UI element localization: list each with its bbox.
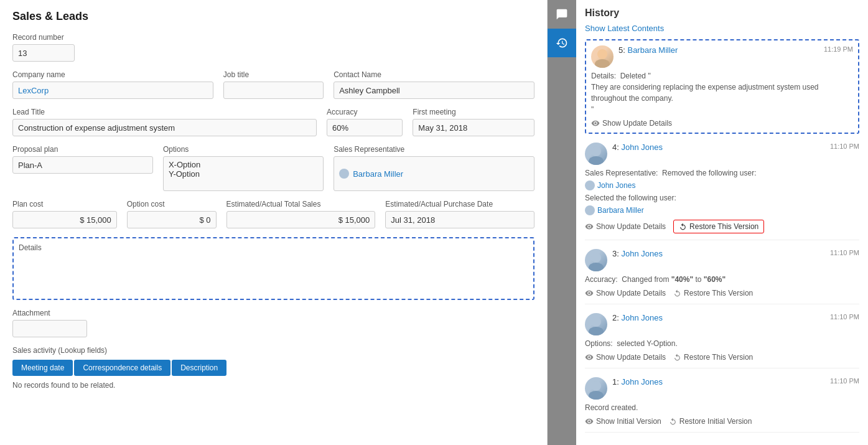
history-item-3: 11:10 PM 3: John Jones Accuracy: Changed… bbox=[585, 249, 859, 304]
avatar-2 bbox=[585, 313, 607, 335]
page-title: Sales & Leads bbox=[12, 10, 534, 23]
removed-user-name: John Jones bbox=[597, 180, 635, 191]
show-latest-link[interactable]: Show Latest Contents bbox=[585, 24, 859, 33]
history-time-5: 11:19 PM bbox=[824, 45, 853, 53]
company-name-input[interactable] bbox=[12, 82, 213, 99]
sales-rep-label: Sales Representative bbox=[334, 145, 534, 154]
history-icon-btn[interactable] bbox=[548, 29, 576, 57]
avatar-1 bbox=[585, 377, 607, 400]
svg-point-3 bbox=[589, 156, 604, 165]
selected-avatar bbox=[585, 205, 595, 215]
show-update-details-5[interactable]: Show Update Details bbox=[591, 119, 672, 128]
tab-meeting-date[interactable]: Meeting date bbox=[12, 360, 73, 376]
history-actions-3: Show Update Details Restore This Version bbox=[585, 289, 859, 297]
show-initial-version-1[interactable]: Show Initial Version bbox=[585, 417, 661, 426]
show-update-details-4[interactable]: Show Update Details bbox=[585, 222, 666, 231]
history-number-name-4: 4: John Jones bbox=[612, 143, 859, 152]
history-meta-1: 11:10 PM 1: John Jones bbox=[612, 377, 859, 386]
company-name-group: Company name bbox=[12, 70, 213, 99]
restore-label-2: Restore This Version bbox=[684, 353, 753, 362]
details-textarea[interactable] bbox=[19, 255, 528, 292]
show-update-details-3[interactable]: Show Update Details bbox=[585, 289, 666, 297]
job-title-input[interactable] bbox=[223, 82, 324, 99]
lead-title-row: Lead Title Accuracy First meeting bbox=[12, 108, 534, 136]
lead-title-input[interactable] bbox=[12, 119, 317, 136]
proposal-plan-input[interactable] bbox=[12, 156, 153, 174]
history-body-1: Record created. bbox=[585, 402, 859, 413]
history-panel: History Show Latest Contents 11:19 PM 5:… bbox=[576, 0, 868, 445]
option-cost-input[interactable] bbox=[127, 211, 217, 228]
proposal-row: Proposal plan Options X-Option Y-Option … bbox=[12, 145, 534, 191]
tab-description[interactable]: Description bbox=[172, 360, 226, 376]
history-item-2: 11:10 PM 2: John Jones Options: selected… bbox=[585, 313, 859, 368]
history-name-5: Barbara Miller bbox=[627, 45, 678, 55]
sales-rep-box: Barbara Miller bbox=[334, 156, 534, 191]
chat-icon-btn[interactable] bbox=[548, 0, 576, 29]
svg-point-8 bbox=[591, 381, 601, 391]
history-number-name-1: 1: John Jones bbox=[612, 377, 859, 386]
history-meta-4: 11:10 PM 4: John Jones bbox=[612, 143, 859, 152]
history-item-5: 11:19 PM 5: Barbara Miller Details: Dele… bbox=[585, 39, 859, 134]
history-meta-3: 11:10 PM 3: John Jones bbox=[612, 249, 859, 258]
details-label: Details bbox=[19, 243, 528, 252]
tab-correspondence[interactable]: Correspondence details bbox=[74, 360, 170, 376]
history-body-5: Details: Deleted " They are considering … bbox=[591, 70, 853, 115]
history-body-2: Options: selected Y-Option. bbox=[585, 338, 859, 349]
estimated-total-input[interactable] bbox=[226, 211, 376, 228]
history-time-1: 11:10 PM bbox=[830, 377, 859, 385]
restore-version-2[interactable]: Restore This Version bbox=[673, 353, 753, 362]
show-update-details-2[interactable]: Show Update Details bbox=[585, 353, 666, 362]
accuracy-input[interactable] bbox=[327, 119, 403, 136]
icon-sidebar bbox=[548, 0, 576, 445]
history-name-3: John Jones bbox=[621, 249, 663, 258]
restore-initial-1[interactable]: Restore Initial Version bbox=[669, 417, 752, 426]
record-number-input[interactable] bbox=[12, 44, 75, 62]
lead-title-label: Lead Title bbox=[12, 108, 317, 116]
sales-activity-group: Sales activity (Lookup fields) Meeting d… bbox=[12, 346, 534, 390]
lead-title-group: Lead Title bbox=[12, 108, 317, 136]
history-body-4: Sales Representative: Removed the follow… bbox=[585, 167, 859, 216]
options-group: Options X-Option Y-Option bbox=[163, 145, 324, 191]
company-row: Company name Job title Contact Name bbox=[12, 70, 534, 99]
option1: X-Option bbox=[169, 160, 318, 169]
history-name-2: John Jones bbox=[621, 313, 663, 322]
details-box: Details bbox=[12, 237, 534, 300]
show-update-label-3: Show Update Details bbox=[596, 289, 666, 297]
avatar-3 bbox=[585, 249, 607, 271]
contact-name-label: Contact Name bbox=[334, 70, 534, 79]
svg-point-6 bbox=[591, 317, 601, 327]
history-time-4: 11:10 PM bbox=[830, 143, 859, 150]
restore-initial-label-1: Restore Initial Version bbox=[679, 417, 752, 426]
job-title-group: Job title bbox=[223, 70, 324, 99]
option-cost-label: Option cost bbox=[127, 200, 217, 208]
job-title-label: Job title bbox=[223, 70, 324, 79]
history-header-5: 11:19 PM 5: Barbara Miller bbox=[591, 45, 853, 68]
history-meta-2: 11:10 PM 2: John Jones bbox=[612, 313, 859, 322]
svg-point-2 bbox=[591, 146, 601, 156]
show-update-label-4: Show Update Details bbox=[596, 222, 666, 231]
restore-version-4[interactable]: Restore This Version bbox=[673, 220, 764, 233]
record-number-label: Record number bbox=[12, 33, 534, 42]
history-item-1: 11:10 PM 1: John Jones Record created. S… bbox=[585, 377, 859, 433]
contact-name-input[interactable] bbox=[334, 82, 534, 99]
first-meeting-input[interactable] bbox=[413, 119, 534, 136]
cost-row: Plan cost Option cost Estimated/Actual T… bbox=[12, 200, 534, 228]
history-number-name-2: 2: John Jones bbox=[612, 313, 859, 322]
history-header-2: 11:10 PM 2: John Jones bbox=[585, 313, 859, 335]
accuracy-label: Accuracy bbox=[327, 108, 403, 116]
restore-version-3[interactable]: Restore This Version bbox=[673, 289, 753, 297]
restore-label-3: Restore This Version bbox=[684, 289, 753, 297]
plan-cost-label: Plan cost bbox=[12, 200, 117, 208]
contact-name-group: Contact Name bbox=[334, 70, 534, 99]
company-name-label: Company name bbox=[12, 70, 213, 79]
estimated-total-label: Estimated/Actual Total Sales bbox=[226, 200, 376, 208]
history-number-name-5: 5: Barbara Miller bbox=[618, 45, 853, 55]
estimated-date-input[interactable] bbox=[385, 211, 534, 228]
history-header-4: 11:10 PM 4: John Jones bbox=[585, 143, 859, 165]
sales-rep-avatar bbox=[339, 169, 349, 179]
plan-cost-input[interactable] bbox=[12, 211, 117, 228]
sales-activity-label: Sales activity (Lookup fields) bbox=[12, 346, 534, 355]
svg-point-5 bbox=[589, 263, 604, 271]
plan-cost-group: Plan cost bbox=[12, 200, 117, 228]
svg-point-4 bbox=[591, 253, 601, 263]
